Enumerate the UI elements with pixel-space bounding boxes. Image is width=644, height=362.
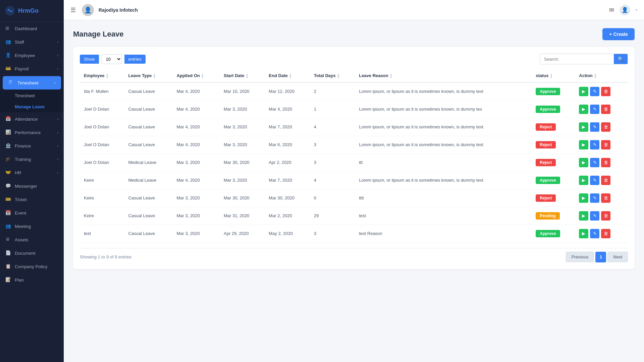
- previous-button[interactable]: Previous: [566, 252, 594, 262]
- sidebar-item-payroll[interactable]: 💳 Payroll ›: [0, 62, 64, 75]
- edit-button[interactable]: ✎: [590, 105, 599, 114]
- view-button[interactable]: ▶: [579, 176, 588, 185]
- cell-leave-reason: test: [355, 207, 532, 225]
- cell-leave-type: Casual Leave: [124, 82, 172, 101]
- edit-button[interactable]: ✎: [590, 140, 599, 149]
- sidebar-item-meeting[interactable]: 👥 Meeting: [0, 220, 64, 233]
- delete-button[interactable]: 🗑: [601, 122, 610, 132]
- cell-leave-reason: Lorem ipsum, or lipsum as it is sometime…: [355, 171, 532, 189]
- attendance-icon: 📅: [5, 116, 11, 122]
- sidebar-item-event[interactable]: 📆 Event: [0, 206, 64, 220]
- sidebar-item-performance[interactable]: 📊 Performance ›: [0, 126, 64, 139]
- ticket-icon: 🎫: [5, 196, 11, 202]
- cell-end-date: Mar 7, 2020: [265, 118, 310, 136]
- sidebar-item-plan[interactable]: 📝 Plan: [0, 273, 64, 287]
- edit-button[interactable]: ✎: [590, 211, 599, 221]
- edit-button[interactable]: ✎: [590, 87, 599, 96]
- menu-toggle-icon[interactable]: ☰: [70, 6, 76, 14]
- edit-button[interactable]: ✎: [590, 122, 599, 132]
- delete-button[interactable]: 🗑: [601, 87, 610, 96]
- sidebar-item-label: Finance: [15, 143, 31, 148]
- sidebar-sub-timesheet-sub[interactable]: Timesheet: [0, 90, 64, 101]
- create-button[interactable]: + Create: [602, 28, 635, 40]
- cell-start-date: Mar 31, 2020: [220, 207, 265, 225]
- status-badge: Approve: [536, 88, 560, 95]
- cell-action: ▶ ✎ 🗑: [575, 189, 628, 207]
- cell-leave-reason: Lorem ipsum, or lipsum as it is sometime…: [355, 118, 532, 136]
- sidebar-item-training[interactable]: 🎓 Training ›: [0, 153, 64, 166]
- table-row: Joel O Dolan Medical Leave Mar 3, 2020 M…: [80, 154, 628, 171]
- col-header-total_days[interactable]: Total Days▲▼: [310, 70, 355, 82]
- col-header-end_date[interactable]: End Date▲▼: [265, 70, 310, 82]
- cell-employee: Ida F. Mullen: [80, 82, 124, 101]
- sidebar-item-staff[interactable]: 👥 Staff ›: [0, 35, 64, 49]
- edit-button[interactable]: ✎: [590, 229, 599, 238]
- chevron-icon: ›: [57, 158, 58, 161]
- main-content: ☰ 👤 Rajodiya Infotech ✉ 👤 ▾ Manage Leave…: [64, 0, 644, 362]
- col-header-leave_type[interactable]: Leave Type▲▼: [124, 70, 172, 82]
- col-header-status[interactable]: status▲▼: [532, 70, 575, 82]
- sidebar-item-employee[interactable]: 👤 Employee ›: [0, 49, 64, 62]
- next-button[interactable]: Next: [607, 252, 628, 262]
- sidebar-sub-manage-leave[interactable]: Manage Leave: [0, 101, 64, 112]
- sidebar-item-timesheet[interactable]: ⏱ Timesheet ▾: [3, 76, 61, 89]
- sidebar-item-label: HR: [15, 170, 21, 175]
- table-container: Show 10 25 50 100 entries 🔍 Employee▲: [73, 47, 635, 269]
- sidebar-item-hr[interactable]: 🤝 HR ›: [0, 166, 64, 179]
- delete-button[interactable]: 🗑: [601, 211, 610, 221]
- status-badge: Approve: [536, 106, 560, 113]
- show-button[interactable]: Show: [80, 55, 99, 64]
- sidebar-item-document[interactable]: 📄 Document: [0, 246, 64, 260]
- sidebar-item-dashboard[interactable]: ⊞ Dashboard: [0, 22, 64, 35]
- sort-icon-end_date: ▲▼: [289, 73, 292, 79]
- chevron-icon: ›: [57, 171, 58, 175]
- sidebar-item-ticket[interactable]: 🎫 Ticket: [0, 193, 64, 206]
- delete-button[interactable]: 🗑: [601, 229, 610, 238]
- view-button[interactable]: ▶: [579, 229, 588, 238]
- page-header: Manage Leave + Create: [73, 28, 635, 40]
- col-header-leave_reason[interactable]: Leave Reason▲▼: [355, 70, 532, 82]
- delete-button[interactable]: 🗑: [601, 193, 610, 203]
- search-input[interactable]: [540, 54, 614, 64]
- sidebar-item-assets[interactable]: 🖥 Assets: [0, 233, 64, 246]
- user-chevron-icon[interactable]: ▾: [636, 8, 637, 12]
- sidebar-item-finance[interactable]: 🏦 Finance ›: [0, 139, 64, 153]
- view-button[interactable]: ▶: [579, 158, 588, 167]
- search-button[interactable]: 🔍: [614, 54, 628, 64]
- cell-applied-on: Mar 4, 2020: [172, 82, 220, 101]
- current-page-number[interactable]: 1: [595, 252, 606, 262]
- col-header-start_date[interactable]: Start Date▲▼: [220, 70, 265, 82]
- sidebar-item-label: Performance: [15, 130, 41, 135]
- performance-icon: 📊: [5, 129, 11, 135]
- sidebar-item-messenger[interactable]: 💬 Messenger: [0, 179, 64, 193]
- col-header-employee[interactable]: Employee▲▼: [80, 70, 124, 82]
- view-button[interactable]: ▶: [579, 105, 588, 114]
- table-row: Keire Casual Leave Mar 3, 2020 Mar 31, 2…: [80, 207, 628, 225]
- view-button[interactable]: ▶: [579, 122, 588, 132]
- view-button[interactable]: ▶: [579, 87, 588, 96]
- delete-button[interactable]: 🗑: [601, 158, 610, 167]
- entries-select[interactable]: 10 25 50 100: [102, 54, 122, 64]
- view-button[interactable]: ▶: [579, 211, 588, 221]
- cell-start-date: Mar 3, 2020: [220, 136, 265, 154]
- delete-button[interactable]: 🗑: [601, 140, 610, 149]
- view-button[interactable]: ▶: [579, 140, 588, 149]
- sidebar-item-left: ⊞ Dashboard: [5, 25, 37, 32]
- delete-button[interactable]: 🗑: [601, 105, 610, 114]
- delete-button[interactable]: 🗑: [601, 176, 610, 185]
- sidebar-item-attendance[interactable]: 📅 Attendance ›: [0, 112, 64, 126]
- edit-button[interactable]: ✎: [590, 176, 599, 185]
- mail-icon[interactable]: ✉: [609, 6, 614, 14]
- sidebar-item-company-policy[interactable]: 📋 Company Policy: [0, 260, 64, 273]
- col-header-applied_on[interactable]: Applied On▲▼: [172, 70, 220, 82]
- cell-applied-on: Mar 4, 2020: [172, 100, 220, 118]
- cell-employee: Keire: [80, 171, 124, 189]
- table-row: Keire Medical Leave Mar 4, 2020 Mar 3, 2…: [80, 171, 628, 189]
- col-header-action[interactable]: Action▲▼: [575, 70, 628, 82]
- edit-button[interactable]: ✎: [590, 193, 599, 203]
- dashboard-icon: ⊞: [5, 25, 11, 32]
- user-avatar-icon[interactable]: 👤: [620, 5, 630, 15]
- view-button[interactable]: ▶: [579, 193, 588, 203]
- sidebar-nav: ⊞ Dashboard 👥 Staff › 👤 Employee › 💳 Pay…: [0, 22, 64, 287]
- edit-button[interactable]: ✎: [590, 158, 599, 167]
